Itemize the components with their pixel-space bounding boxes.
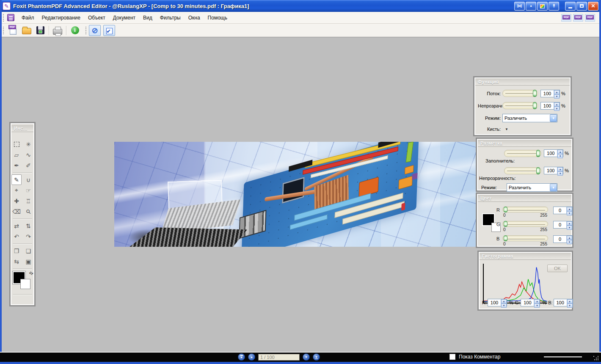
spin-down-icon[interactable]: ▼ [557,154,563,158]
spin-down-icon[interactable]: ▼ [554,94,560,99]
pdf-flag-icon[interactable]: PDF [573,14,583,22]
flow-spinner[interactable]: 100 ▲▼ [540,90,560,97]
histogram-blue-spinner[interactable]: 100 ▲▼ [554,299,573,306]
copy-button[interactable]: ❐ [11,245,22,256]
zoom-tool[interactable]: ⚲ [23,206,33,217]
spin-down-icon[interactable]: ▼ [567,240,572,244]
minimize-button[interactable] [565,2,576,11]
spin-up-icon[interactable]: ▲ [554,90,560,94]
chevron-down-icon[interactable]: ▾ [550,184,557,191]
save-state-button[interactable]: ▣ [23,256,33,267]
check-toggle-button[interactable]: ✔ [103,25,115,36]
toolbar-grip-2[interactable] [85,26,87,35]
print-button[interactable] [51,25,64,36]
forbid-toggle-button[interactable]: ⊘ [89,25,101,36]
close-button[interactable]: ✕ [588,2,598,11]
redo-button[interactable]: ↷ [23,231,33,242]
pdf-flag-icon[interactable]: PDF [585,14,595,22]
previous-page-button[interactable]: ▲ [248,353,255,361]
blue-spinner[interactable]: 0 ▲▼ [553,235,573,243]
duplicate-button[interactable]: ⇆ [11,256,22,267]
green-slider[interactable] [502,221,548,227]
spin-up-icon[interactable]: ▲ [567,221,572,226]
spin-up-icon[interactable]: ▲ [567,299,573,303]
toolbar-grip[interactable] [3,26,5,35]
chevron-down-icon[interactable]: ▾ [550,114,557,122]
menu-view[interactable]: Вид [139,13,156,22]
spin-down-icon[interactable]: ▼ [567,226,572,230]
eyedropper-tool[interactable]: ✒ [11,160,22,171]
spin-up-icon[interactable]: ▲ [534,299,540,303]
next-page-button[interactable]: ▼ [303,353,310,361]
collapse-button[interactable]: ↟ [549,2,559,11]
last-page-button[interactable]: ▼ [313,353,320,361]
pin-tool[interactable]: ⌖ [11,185,22,196]
markup-panel[interactable]: Разметка 100 ▲▼ % Заполнитель: 100 ▲▼ [476,138,573,192]
green-spinner[interactable]: 0 ▲▼ [553,221,573,229]
spin-down-icon[interactable]: ▼ [567,211,572,215]
spin-up-icon[interactable]: ▲ [557,150,563,154]
menu-windows[interactable]: Окна [185,13,204,22]
knife-tool[interactable]: ✐ [23,160,33,171]
swap-horizontal-tool[interactable]: ⇄ [11,221,22,231]
menu-grip[interactable] [3,14,5,22]
spin-down-icon[interactable]: ▼ [557,171,563,176]
function-panel[interactable]: Функция Поток: 100 ▲▼ % Непрозрачн 100 ▲ [473,76,572,136]
stamp-tool[interactable]: ♖ [23,196,33,206]
tool-palette[interactable]: Инс... ✳ ▱ ∿ ✒ ✐ ✎ ∪ ⌖ ☞ ✚ ♖ [9,122,36,306]
background-color-swatch[interactable] [20,279,30,289]
paint-bucket-tool[interactable]: ∪ [23,174,33,185]
resize-grip-icon[interactable] [593,356,598,361]
info-button[interactable]: i [68,25,82,36]
fill-slider[interactable] [504,150,541,157]
patch-tool[interactable]: ✚ [11,196,22,206]
menu-file[interactable]: Файл [18,13,38,22]
spin-up-icon[interactable]: ▲ [567,207,572,211]
canvas-area[interactable]: Инс... ✳ ▱ ∿ ✒ ✐ ✎ ∪ ⌖ ☞ ✚ ♖ [0,37,601,353]
new-pdf-button[interactable]: PDF [6,25,20,36]
polygonal-lasso-tool[interactable]: ▱ [11,149,22,160]
flow-slider[interactable] [502,90,538,97]
opacity-spinner[interactable]: 100 ▲▼ [540,102,560,110]
spin-down-icon[interactable]: ▼ [501,303,507,308]
histogram-red-spinner[interactable]: 100 ▲▼ [488,299,507,306]
red-slider[interactable] [502,207,548,212]
markup-opacity-spinner[interactable]: 100 ▲▼ [544,167,563,174]
dot-button[interactable]: ▪ [526,2,536,11]
brush-dropdown-arrow-icon[interactable]: ▼ [505,127,508,131]
pin-window-button[interactable]: ⋈ [514,2,525,11]
spin-up-icon[interactable]: ▲ [557,167,563,171]
blue-slider[interactable] [502,235,548,241]
markup-mode-dropdown[interactable]: Различить ▾ [507,183,557,192]
ok-button[interactable]: OK [547,265,568,272]
eraser-tool[interactable]: ⌫ [11,206,22,217]
rect-marquee-tool[interactable] [11,139,22,149]
spin-down-icon[interactable]: ▼ [554,107,560,111]
title-bar[interactable]: ✎ Foxit PhantomPDF Advanced Editor - @Ru… [0,0,601,12]
color-panel[interactable]: Цвет R 0255 0 ▲▼ G 0255 [476,193,573,248]
opacity-slider[interactable] [502,102,538,109]
paste-button[interactable]: ❏ [23,245,33,256]
show-comments-checkbox[interactable] [449,354,455,360]
open-button[interactable] [20,25,33,36]
spin-down-icon[interactable]: ▼ [567,303,573,308]
first-page-button[interactable]: ▲ [238,353,245,361]
magic-wand-tool[interactable]: ✳ [23,139,33,149]
swap-vertical-tool[interactable]: ⇅ [23,221,33,231]
spin-up-icon[interactable]: ▲ [554,102,560,107]
spin-up-icon[interactable]: ▲ [501,299,507,303]
save-button[interactable] [33,25,47,36]
mode-dropdown[interactable]: Различить ▾ [502,114,557,122]
markup-opacity-slider[interactable] [504,167,541,174]
fill-spinner[interactable]: 100 ▲▼ [544,149,563,157]
undo-button[interactable]: ↶ [11,231,22,242]
menu-object[interactable]: Объект [84,13,109,22]
palette-button[interactable] [537,2,548,11]
document-image[interactable] [114,142,476,247]
menu-edit[interactable]: Редактирование [38,13,84,22]
pdf-flag-icon[interactable]: PDF [561,14,571,22]
menu-filters[interactable]: Фильтры [156,13,185,22]
page-number-field[interactable] [258,354,300,361]
histogram-green-spinner[interactable]: 100 ▲▼ [521,299,540,306]
maximize-button[interactable] [576,2,587,11]
